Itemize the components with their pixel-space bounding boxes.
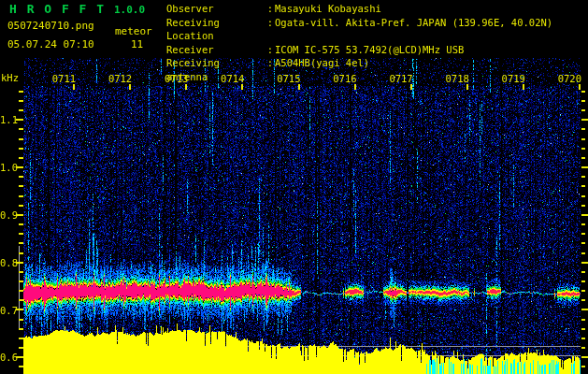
station-info: Observer : Masayuki Kobayashi Receiving … (166, 2, 552, 83)
freq-label-0.8: 0.8 (0, 257, 16, 268)
info-row-observer: Observer : Masayuki Kobayashi (166, 2, 552, 16)
freq-label-1.0: 1.0 (0, 162, 16, 173)
time-label-0713: 0713 (162, 73, 188, 84)
info-separator: : (265, 2, 275, 16)
time-label-0715: 0715 (275, 73, 301, 84)
info-separator: : (265, 16, 275, 43)
freq-label-0.7: 0.7 (0, 305, 16, 316)
freq-unit-label: kHz (1, 72, 19, 83)
time-label-0718: 0718 (443, 73, 469, 84)
info-row-receiver: Receiver : ICOM IC-575 53.7492(@LCD)MHz … (166, 43, 552, 57)
info-separator: : (265, 56, 275, 83)
freq-label-0.6: 0.6 (0, 352, 16, 363)
time-label-0712: 0712 (106, 73, 132, 84)
output-filename: 0507240710.png (7, 20, 94, 32)
freq-label-1.1: 1.1 (0, 114, 16, 125)
info-label: Receiving Location (166, 16, 265, 43)
time-label-0711: 0711 (50, 73, 76, 84)
time-label-0719: 0719 (499, 73, 525, 84)
time-label-0714: 0714 (218, 73, 244, 84)
info-value: ICOM IC-575 53.7492(@LCD)MHz USB (275, 43, 464, 57)
info-label: Observer (166, 2, 265, 16)
observation-datetime: 05.07.24 07:10 (7, 38, 94, 50)
time-label-0717: 0717 (387, 73, 413, 84)
info-label: Receiver (166, 43, 265, 57)
time-label-0720: 0720 (555, 73, 581, 84)
app-title: H R O F F T (9, 2, 106, 16)
info-value: Ogata-vill. Akita-Pref. JAPAN (139.96E, … (275, 16, 552, 43)
app-version: 1.0.0 (114, 4, 145, 16)
info-separator: : (265, 43, 275, 57)
hrofft-screen: H R O F F T 1.0.0 0507240710.png meteor … (0, 0, 588, 374)
mode-label: meteor (115, 25, 152, 37)
freq-label-0.9: 0.9 (0, 209, 16, 221)
info-value: Masayuki Kobayashi (275, 2, 381, 16)
echo-count: 11 (131, 38, 143, 50)
time-label-0716: 0716 (331, 73, 357, 84)
info-row-location: Receiving Location : Ogata-vill. Akita-P… (166, 16, 552, 43)
